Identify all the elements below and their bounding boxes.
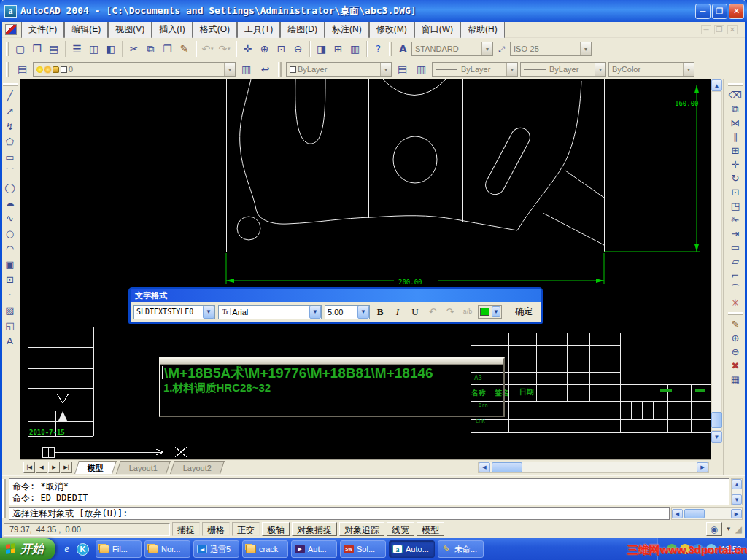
text-color-select[interactable]: ▼ bbox=[478, 305, 502, 319]
polyline-button[interactable]: ↯ bbox=[2, 119, 18, 134]
communication-center-icon[interactable]: ◉ bbox=[706, 522, 722, 536]
chevron-down-icon[interactable]: ▼ bbox=[203, 306, 214, 319]
scroll-thumb[interactable] bbox=[711, 412, 722, 428]
spline-button[interactable]: ∿ bbox=[2, 211, 18, 226]
scale-button[interactable]: ⊡ bbox=[727, 185, 743, 199]
fillet-button[interactable]: ⌒ bbox=[727, 282, 743, 296]
tab-layout1[interactable]: Layout1 bbox=[116, 461, 171, 474]
menu-item[interactable]: 帮助(H) bbox=[460, 20, 505, 39]
extend-button[interactable]: ⇥ bbox=[727, 227, 743, 241]
menu-item[interactable]: 修改(M) bbox=[369, 20, 414, 39]
scroll-thumb[interactable] bbox=[684, 509, 705, 518]
scroll-down-icon[interactable]: ▼ bbox=[711, 431, 722, 443]
dim-style-combo[interactable]: ISO-25 ▾ bbox=[510, 42, 592, 56]
make-block-button[interactable]: ⊡ bbox=[2, 272, 18, 287]
paste-button[interactable]: ❐ bbox=[159, 41, 176, 58]
task-crack[interactable]: crack bbox=[242, 540, 288, 558]
tab-nav-button[interactable]: ▶ bbox=[48, 462, 60, 473]
chevron-down-icon[interactable]: ▾ bbox=[506, 63, 517, 76]
menu-item[interactable]: 文件(F) bbox=[21, 20, 64, 39]
chevron-down-icon[interactable]: ▼ bbox=[357, 306, 369, 319]
layer-tool-button-2[interactable]: ▥ bbox=[413, 61, 430, 78]
lineweight-combo[interactable]: ByLayer ▾ bbox=[520, 62, 606, 77]
menu-item[interactable]: 视图(V) bbox=[108, 20, 152, 39]
properties-palette-button[interactable]: ◨ bbox=[313, 41, 330, 58]
italic-button[interactable]: I bbox=[390, 304, 405, 319]
scroll-track[interactable] bbox=[711, 91, 722, 431]
array-button[interactable]: ⊞ bbox=[727, 144, 743, 158]
toggle-snap[interactable]: 捕捉 bbox=[172, 522, 200, 536]
scroll-up-icon[interactable]: ▲ bbox=[711, 79, 722, 91]
scroll-thumb[interactable] bbox=[492, 462, 522, 472]
scroll-right-icon[interactable]: ▶ bbox=[731, 509, 742, 518]
tab-nav-button[interactable]: ▶| bbox=[61, 462, 72, 473]
task-autocad[interactable]: Auto... bbox=[389, 540, 435, 558]
line-button[interactable]: ╱ bbox=[2, 88, 18, 104]
task-nor[interactable]: Nor... bbox=[144, 540, 190, 558]
command-scrollbar[interactable]: ▲ ▼ bbox=[731, 478, 743, 505]
multiline-text-button[interactable]: A bbox=[2, 333, 18, 349]
move-button[interactable]: ✛ bbox=[727, 158, 743, 171]
tab-nav-button[interactable]: |◀ bbox=[23, 462, 35, 473]
command-input[interactable]: 选择注释对象或 [放弃(U)]: bbox=[9, 508, 670, 520]
underline-button[interactable]: U bbox=[408, 304, 422, 319]
help-button[interactable]: ? bbox=[370, 41, 387, 58]
chevron-down-icon[interactable]: ▼ bbox=[309, 306, 321, 319]
stretch-button[interactable]: ◳ bbox=[727, 199, 743, 213]
chevron-down-icon[interactable]: ▾ bbox=[481, 42, 492, 55]
task-fil[interactable]: Fil... bbox=[96, 540, 142, 558]
menu-item[interactable]: 绘图(D) bbox=[280, 20, 325, 39]
toolbar-grip[interactable] bbox=[389, 42, 392, 56]
child-minimize-button[interactable]: ─ bbox=[701, 25, 711, 34]
scroll-up-icon[interactable]: ▲ bbox=[732, 479, 742, 489]
copy-button[interactable]: ⧉ bbox=[142, 41, 159, 58]
text-style-select[interactable]: SLDTEXTSTYLE0 ▼ bbox=[133, 305, 215, 319]
redo-button[interactable]: ↷ bbox=[216, 41, 233, 58]
toggle-lineweight[interactable]: 线宽 bbox=[387, 522, 414, 536]
zoom-realtime-button[interactable]: ⊕ bbox=[256, 41, 273, 58]
tab-layout2[interactable]: Layout2 bbox=[170, 461, 225, 474]
print-button[interactable]: ☰ bbox=[69, 41, 85, 58]
k-app-icon[interactable]: K bbox=[77, 543, 89, 556]
command-window-grip[interactable] bbox=[2, 479, 6, 518]
new-file-button[interactable]: ▢ bbox=[12, 41, 28, 58]
command-history[interactable]: 命令: *取消*命令: ED DDEDIT bbox=[9, 478, 729, 505]
menu-item[interactable]: 窗口(W) bbox=[414, 20, 460, 39]
toggle-model[interactable]: 模型 bbox=[417, 522, 444, 536]
toolbar-grip[interactable] bbox=[278, 62, 282, 77]
dialog-title-bar[interactable]: 文字格式 bbox=[131, 289, 541, 302]
cut-button[interactable]: ✂ bbox=[125, 41, 142, 58]
layer-lock-icon[interactable] bbox=[53, 66, 59, 73]
mtext-inplace-editor[interactable]: \M+18B5A术\M+19776\M+18B81\M+18146 1.材料调质… bbox=[159, 357, 505, 417]
match-properties-button[interactable]: ✎ bbox=[176, 41, 193, 58]
horizontal-scrollbar[interactable]: ◀ ▶ bbox=[478, 462, 709, 473]
zoom-window-button[interactable]: ⊡ bbox=[273, 41, 290, 58]
layer-color-swatch[interactable] bbox=[61, 66, 67, 73]
child-close-button[interactable]: ✕ bbox=[727, 25, 738, 34]
title-bar[interactable]: a AutoCAD 2004 - [C:\Documents and Setti… bbox=[0, 0, 747, 22]
resize-grip[interactable]: ◢ bbox=[735, 524, 743, 534]
save-button[interactable]: ▤ bbox=[45, 41, 62, 58]
toggle-polar[interactable]: 极轴 bbox=[262, 522, 290, 536]
restore-button[interactable]: ❐ bbox=[712, 4, 727, 19]
bold-button[interactable]: B bbox=[373, 304, 387, 319]
mtext-line-1[interactable]: \M+18B5A术\M+19776\M+18B81\M+18146 bbox=[160, 365, 503, 381]
ellipse-arc-button[interactable]: ◠ bbox=[2, 241, 18, 257]
mirror-button[interactable]: ⋈ bbox=[727, 116, 743, 130]
layer-on-icon[interactable] bbox=[36, 66, 43, 73]
dim-style-manager-button[interactable]: ⤢ bbox=[493, 41, 510, 58]
undo-icon[interactable]: ↶ bbox=[425, 306, 440, 317]
close-button[interactable]: ✕ bbox=[729, 4, 744, 19]
break-at-point-button[interactable]: ▭ bbox=[727, 241, 743, 254]
menu-item[interactable]: 标注(N) bbox=[325, 20, 369, 39]
revision-cloud-button[interactable]: ☁ bbox=[2, 195, 18, 211]
layer-combo[interactable]: 0 ▾ bbox=[33, 62, 236, 77]
erase-button[interactable]: ⌫ bbox=[727, 88, 743, 102]
menu-item[interactable]: 插入(I) bbox=[152, 20, 192, 39]
undo-button[interactable]: ↶ bbox=[199, 41, 216, 58]
open-file-button[interactable]: ❒ bbox=[28, 41, 45, 58]
chevron-down-icon[interactable]: ▾ bbox=[380, 63, 391, 76]
scroll-left-icon[interactable]: ◀ bbox=[672, 509, 683, 518]
chevron-down-icon[interactable]: ▾ bbox=[224, 63, 235, 76]
task-untitled[interactable]: 未命... bbox=[438, 540, 484, 558]
